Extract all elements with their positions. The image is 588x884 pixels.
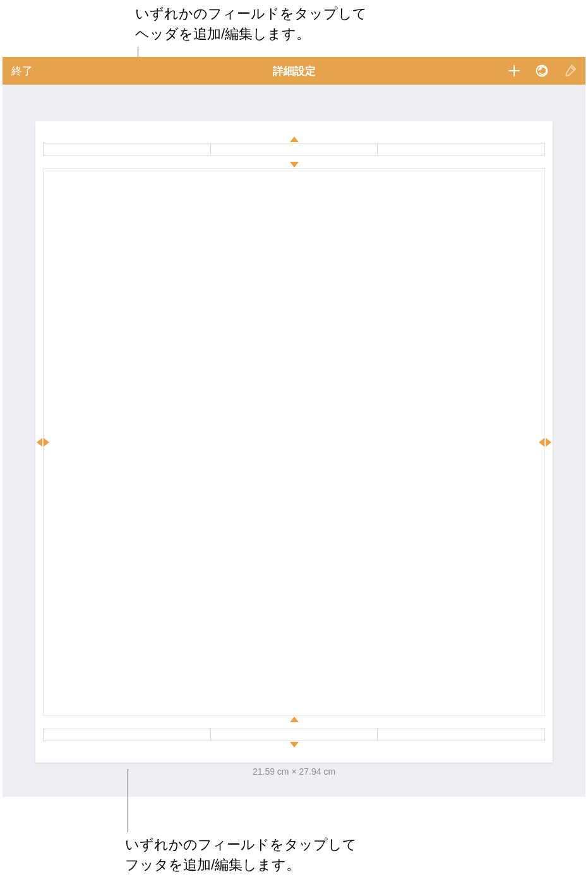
toolbar-right-group — [507, 64, 577, 78]
margin-handle-left-outer[interactable] — [37, 438, 42, 447]
margin-handle-right-outer[interactable] — [546, 438, 551, 447]
footer-field-center[interactable] — [211, 729, 378, 741]
callout-header-text: いずれかのフィールドをタップして ヘッダを追加/編集します。 — [135, 4, 367, 44]
margin-handle-left-inner[interactable] — [44, 438, 49, 447]
toolbar-title: 詳細設定 — [3, 64, 585, 78]
document-canvas: 21.59 cm × 27.94 cm — [3, 85, 585, 797]
margin-handle-top-inner[interactable] — [290, 162, 299, 167]
margin-handle-bottom-outer[interactable] — [290, 742, 299, 748]
margin-handle-bottom-inner[interactable] — [290, 717, 299, 722]
callout-footer-leader — [128, 769, 128, 832]
callout-footer-text: いずれかのフィールドをタップして フッタを追加/編集します。 — [125, 835, 357, 875]
footer-field-right[interactable] — [378, 729, 545, 741]
add-icon[interactable] — [507, 64, 521, 78]
format-brush-icon[interactable] — [563, 64, 577, 78]
footer-field-left[interactable] — [43, 729, 211, 741]
done-button[interactable]: 終了 — [11, 64, 33, 78]
header-field-center[interactable] — [211, 143, 378, 155]
page-size-label: 21.59 cm × 27.94 cm — [3, 766, 585, 777]
page-body-region[interactable] — [43, 168, 545, 716]
footer-field-row — [43, 729, 545, 741]
header-field-row — [43, 143, 545, 155]
undo-icon[interactable] — [535, 64, 549, 78]
page — [35, 121, 553, 763]
margin-handle-top-outer[interactable] — [290, 136, 299, 142]
margin-handle-right-inner[interactable] — [539, 438, 544, 447]
toolbar: 終了 詳細設定 — [3, 57, 585, 85]
header-field-right[interactable] — [378, 143, 545, 155]
header-field-left[interactable] — [43, 143, 211, 155]
